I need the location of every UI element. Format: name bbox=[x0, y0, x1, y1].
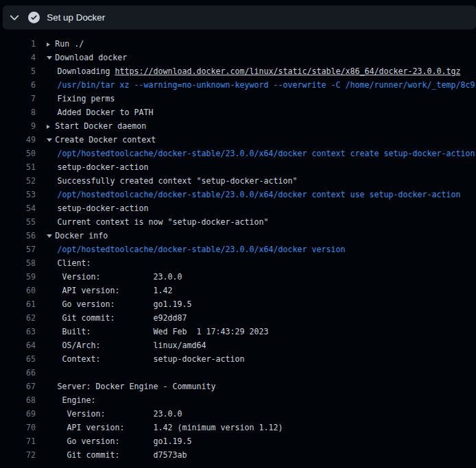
log-line: 71 Go version: go1.19.5 bbox=[0, 434, 476, 448]
line-number[interactable]: 1 bbox=[0, 37, 36, 51]
chevron-right-icon[interactable] bbox=[47, 37, 56, 51]
group-header[interactable]: Docker info bbox=[36, 229, 476, 243]
line-number[interactable]: 9 bbox=[0, 119, 36, 133]
log-text: Context: setup-docker-action bbox=[36, 352, 476, 366]
download-url-link[interactable]: https://download.docker.com/linux/static… bbox=[115, 66, 461, 76]
log-line: 7Fixing perms bbox=[0, 92, 476, 106]
log-text: Client: bbox=[36, 256, 476, 270]
line-number[interactable]: 59 bbox=[0, 270, 36, 284]
log-text bbox=[36, 366, 476, 380]
chevron-right-icon[interactable] bbox=[47, 119, 56, 133]
log-line: 8Added Docker to PATH bbox=[0, 106, 476, 119]
chevron-down-icon[interactable] bbox=[47, 229, 56, 243]
triangle-shape bbox=[47, 125, 50, 129]
line-number[interactable]: 64 bbox=[0, 338, 36, 352]
line-number[interactable]: 5 bbox=[0, 64, 36, 78]
log-text: /opt/hostedtoolcache/docker-stable/23.0.… bbox=[36, 147, 476, 160]
log-line: 52Successfully created context "setup-do… bbox=[0, 174, 476, 188]
log-text: API version: 1.42 bbox=[36, 284, 476, 297]
line-number[interactable]: 62 bbox=[0, 311, 36, 325]
triangle-shape bbox=[47, 234, 52, 238]
group-label: Download docker bbox=[55, 53, 127, 62]
log-line: 61 Go version: go1.19.5 bbox=[0, 297, 476, 311]
line-number[interactable]: 4 bbox=[0, 51, 36, 64]
line-number[interactable]: 68 bbox=[0, 393, 36, 407]
log-text-prefix: Downloading bbox=[58, 66, 115, 76]
line-number[interactable]: 8 bbox=[0, 106, 36, 119]
log-text: /opt/hostedtoolcache/docker-stable/23.0.… bbox=[36, 188, 476, 201]
line-number[interactable]: 49 bbox=[0, 133, 36, 147]
line-number[interactable]: 51 bbox=[0, 160, 36, 174]
log-line: 63 Built: Wed Feb 1 17:43:29 2023 bbox=[0, 325, 476, 338]
line-number[interactable]: 58 bbox=[0, 256, 36, 270]
line-number[interactable]: 54 bbox=[0, 201, 36, 215]
log-line: 53/opt/hostedtoolcache/docker-stable/23.… bbox=[0, 188, 476, 201]
chevron-down-icon[interactable] bbox=[47, 133, 56, 147]
log-line: 57/opt/hostedtoolcache/docker-stable/23.… bbox=[0, 243, 476, 256]
log-line: 4Download docker bbox=[0, 51, 476, 64]
step-header[interactable]: Set up Docker bbox=[3, 5, 476, 29]
group-label: Create Docker context bbox=[55, 135, 156, 145]
log-line: 70 API version: 1.42 (minimum version 1.… bbox=[0, 421, 476, 434]
line-number[interactable]: 55 bbox=[0, 215, 36, 229]
log: 1Run ./4Download docker5Downloading http… bbox=[0, 37, 476, 462]
log-line: 54setup-docker-action bbox=[0, 201, 476, 215]
line-number[interactable]: 67 bbox=[0, 380, 36, 393]
log-line: 66 bbox=[0, 366, 476, 380]
line-number[interactable]: 70 bbox=[0, 421, 36, 434]
log-line: 59 Version: 23.0.0 bbox=[0, 270, 476, 284]
log-text: Added Docker to PATH bbox=[36, 106, 476, 119]
log-text: Fixing perms bbox=[36, 92, 476, 106]
group-label: Start Docker daemon bbox=[55, 121, 146, 131]
triangle-shape bbox=[47, 138, 52, 142]
log-line: 6/usr/bin/tar xz --warning=no-unknown-ke… bbox=[0, 78, 476, 92]
step-title: Set up Docker bbox=[47, 5, 105, 29]
line-number[interactable]: 60 bbox=[0, 284, 36, 297]
log-line: 69 Version: 23.0.0 bbox=[0, 407, 476, 421]
line-number[interactable]: 6 bbox=[0, 78, 36, 92]
line-number[interactable]: 52 bbox=[0, 174, 36, 188]
line-number[interactable]: 66 bbox=[0, 366, 36, 380]
log-text: Git commit: d7573ab bbox=[36, 448, 476, 462]
line-number[interactable]: 63 bbox=[0, 325, 36, 338]
chevron-down-icon[interactable] bbox=[47, 51, 56, 64]
line-number[interactable]: 53 bbox=[0, 188, 36, 201]
log-line: 67Server: Docker Engine - Community bbox=[0, 380, 476, 393]
line-number[interactable]: 50 bbox=[0, 147, 36, 160]
log-line: 64 OS/Arch: linux/amd64 bbox=[0, 338, 476, 352]
line-number[interactable]: 71 bbox=[0, 434, 36, 448]
log-line: 60 API version: 1.42 bbox=[0, 284, 476, 297]
group-header[interactable]: Run ./ bbox=[36, 37, 476, 51]
log-text: Engine: bbox=[36, 393, 476, 407]
log-line: 55Current context is now "setup-docker-a… bbox=[0, 215, 476, 229]
group-header[interactable]: Download docker bbox=[36, 51, 476, 64]
line-number[interactable]: 69 bbox=[0, 407, 36, 421]
group-header[interactable]: Start Docker daemon bbox=[36, 119, 476, 133]
log-text: setup-docker-action bbox=[36, 160, 476, 174]
triangle-shape bbox=[47, 56, 52, 60]
line-number[interactable]: 72 bbox=[0, 448, 36, 462]
log-line: 1Run ./ bbox=[0, 37, 476, 51]
line-number[interactable]: 61 bbox=[0, 297, 36, 311]
check-circle-icon bbox=[28, 12, 40, 23]
log-line: 9Start Docker daemon bbox=[0, 119, 476, 133]
log-text: Downloading https://download.docker.com/… bbox=[36, 64, 476, 78]
group-label: Docker info bbox=[55, 231, 108, 241]
line-number[interactable]: 56 bbox=[0, 229, 36, 243]
log-text: Git commit: e92dd87 bbox=[36, 311, 476, 325]
log-line: 62 Git commit: e92dd87 bbox=[0, 311, 476, 325]
chevron-down-icon[interactable] bbox=[8, 11, 21, 25]
log-text: Version: 23.0.0 bbox=[36, 407, 476, 421]
log-text: setup-docker-action bbox=[36, 201, 476, 215]
log-text: OS/Arch: linux/amd64 bbox=[36, 338, 476, 352]
log-text: Current context is now "setup-docker-act… bbox=[36, 215, 476, 229]
line-number[interactable]: 65 bbox=[0, 352, 36, 366]
log-text: Go version: go1.19.5 bbox=[36, 297, 476, 311]
line-number[interactable]: 57 bbox=[0, 243, 36, 256]
log-text: Server: Docker Engine - Community bbox=[36, 380, 476, 393]
log-line: 49Create Docker context bbox=[0, 133, 476, 147]
command-text: /opt/hostedtoolcache/docker-stable/23.0.… bbox=[58, 190, 461, 199]
line-number[interactable]: 7 bbox=[0, 92, 36, 106]
log-text: Built: Wed Feb 1 17:43:29 2023 bbox=[36, 325, 476, 338]
group-header[interactable]: Create Docker context bbox=[36, 133, 476, 147]
